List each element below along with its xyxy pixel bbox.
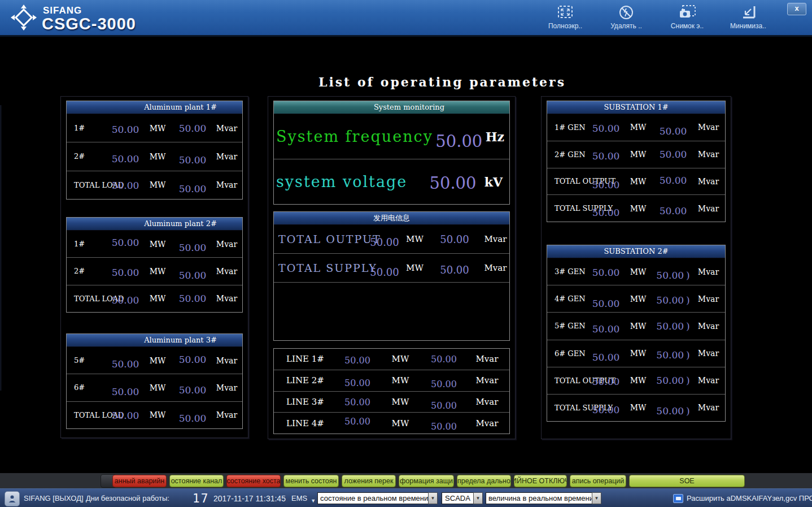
q-value: 50.00 bbox=[174, 242, 211, 253]
q-value: 50.00 bbox=[174, 270, 211, 281]
p-unit: MW bbox=[622, 322, 654, 331]
p-value: 50.00 bbox=[110, 124, 141, 135]
q-value: 50.00 bbox=[174, 354, 211, 365]
p-value: 50.00 bbox=[110, 267, 141, 278]
p-unit: MW bbox=[622, 150, 654, 159]
filter-tab[interactable]: состояние хоста bbox=[226, 475, 281, 487]
filter-tab[interactable]: SOE bbox=[629, 475, 745, 487]
tab-list: анный аварийностояние каналсостояние хос… bbox=[101, 474, 745, 488]
row-label: 2# bbox=[67, 267, 110, 275]
filter-tab[interactable]: формация защи bbox=[399, 475, 454, 487]
chevron-down-icon[interactable]: ▼ bbox=[473, 492, 483, 504]
table-row: 5#50.00MW50.00Mvar bbox=[67, 347, 242, 374]
q-value: 50.00) bbox=[654, 294, 692, 306]
chevron-down-icon[interactable]: ▼ bbox=[428, 492, 438, 504]
row-label: 6# bbox=[67, 383, 110, 392]
filter-tab[interactable]: анный аварийн bbox=[112, 475, 167, 487]
p-value: 50.00 bbox=[337, 355, 378, 366]
p-value: 50.00 bbox=[110, 237, 141, 248]
select-value: состояние в реальном времени bbox=[317, 492, 428, 504]
table-row: LINE 4#50.00MW50.00Mvar bbox=[274, 413, 509, 434]
row-label: TOTAL OUTPUT bbox=[274, 233, 367, 245]
delete-button[interactable]: Удалять .. bbox=[605, 3, 647, 30]
p-value: 50.00 bbox=[590, 376, 622, 387]
q-unit: Mvar bbox=[211, 294, 242, 303]
table-row: 2#50.00MW50.00Mvar bbox=[67, 258, 242, 285]
q-value: 50.00 bbox=[174, 384, 211, 396]
scada-select[interactable]: SCADA ▼ bbox=[442, 492, 483, 504]
q-value: 50.00 bbox=[423, 354, 465, 365]
panel-title: Aluminum plant 3# bbox=[67, 334, 242, 347]
table-row: 4# GEN50.00MW50.00)Mvar bbox=[547, 285, 725, 313]
table-row: TOTAL OUTPUT50.00MW50.00Mvar bbox=[547, 168, 725, 196]
row-label: 3# GEN bbox=[547, 267, 590, 276]
product-name: CSGC-3000 bbox=[42, 15, 136, 33]
filter-tab[interactable]: ИЙНОЕ ОТКЛЮЧ bbox=[514, 475, 567, 487]
p-unit: MW bbox=[622, 349, 654, 358]
q-unit: Mvar bbox=[692, 150, 725, 159]
table-row: 1#50.00MW50.00Mvar bbox=[67, 231, 242, 258]
panel-lines: LINE 1#50.00MW50.00MvarLINE 2#50.00MW50.… bbox=[273, 348, 510, 434]
chevron-down-icon[interactable]: ▼ bbox=[592, 492, 601, 504]
p-unit: MW bbox=[378, 397, 423, 407]
p-value: 50.00 bbox=[110, 153, 141, 164]
filter-tab[interactable]: остояние канал bbox=[169, 475, 224, 487]
p-unit: MW bbox=[141, 383, 174, 392]
monitor-row: system voltage50.00kV bbox=[274, 159, 509, 204]
q-unit: Mvar bbox=[211, 180, 242, 189]
row-label: 5# GEN bbox=[547, 322, 590, 330]
q-unit: Mvar bbox=[692, 294, 725, 304]
table-row: TOTAL OUTPUT50.00MW50.00Mvar bbox=[274, 225, 509, 254]
p-unit: MW bbox=[622, 403, 654, 412]
snapshot-label: Снимок э.. bbox=[671, 22, 704, 30]
q-value: 50.00 bbox=[174, 413, 211, 424]
p-unit: MW bbox=[378, 354, 423, 364]
row-label: TOTAL LOAD bbox=[67, 411, 110, 419]
p-value: 50.00 bbox=[337, 378, 378, 388]
panel-title: System monitoring bbox=[274, 101, 509, 114]
filter-tab[interactable]: ложения перек bbox=[342, 475, 396, 487]
filter-tab[interactable]: предела дально bbox=[457, 475, 511, 487]
snapshot-button[interactable]: Снимок э.. bbox=[666, 3, 708, 30]
realtime-value-select[interactable]: величина в реальном времени ▼ bbox=[486, 492, 601, 504]
q-suffix: ) bbox=[686, 270, 690, 281]
realtime-state-select[interactable]: состояние в реальном времени ▼ bbox=[317, 492, 438, 504]
panel-title: 发用电信息 bbox=[274, 212, 509, 225]
q-suffix: ) bbox=[686, 375, 690, 386]
right-column: SUBSTATION 1# 1# GEN50.00MW50.00Mvar2# G… bbox=[541, 96, 731, 439]
panel-system-monitoring: System monitoring System frequency50.00H… bbox=[273, 101, 510, 205]
panel-aluminum-plant-1: Aluminum plant 1# 1#50.00MW50.00Mvar2#50… bbox=[66, 101, 243, 200]
q-value: 50.00 bbox=[174, 293, 211, 304]
q-value: 50.00 bbox=[427, 264, 482, 276]
center-column: System monitoring System frequency50.00H… bbox=[268, 96, 516, 439]
p-value: 50.00 bbox=[590, 150, 622, 162]
status-bar: SIFANG [ВЫХОД] Дни безопасной работы: 17… bbox=[0, 488, 812, 507]
p-value: 50.00 bbox=[367, 236, 402, 248]
expand-task-item[interactable]: Расширить aDMSKAIFAYзел,gcv ПРОЛ bbox=[673, 489, 812, 507]
fullscreen-label: Полноэкр.. bbox=[548, 22, 582, 30]
expand-icon bbox=[673, 494, 683, 503]
expand-label: Расширить aDMSKAIFAYзел,gcv ПРОЛ bbox=[687, 494, 812, 502]
minimize-button[interactable]: Минимиза.. bbox=[727, 3, 769, 30]
table-row: TOTAL LOAD50.00MW50.00Mvar bbox=[67, 402, 242, 428]
fullscreen-icon bbox=[557, 3, 574, 22]
row-label: 2# bbox=[67, 152, 110, 161]
user-avatar[interactable] bbox=[5, 491, 20, 506]
q-unit: Mvar bbox=[211, 152, 242, 161]
p-unit: MW bbox=[378, 375, 423, 385]
mode-dropdown[interactable]: EMS ▼ bbox=[291, 489, 316, 507]
sifang-logo-icon bbox=[10, 4, 37, 33]
filter-tab[interactable]: апись операций bbox=[570, 475, 626, 487]
p-unit: MW bbox=[622, 294, 654, 304]
measure-value: 50.00 bbox=[433, 132, 485, 151]
close-button[interactable]: x bbox=[787, 3, 806, 15]
p-unit: MW bbox=[141, 180, 174, 189]
minimize-icon bbox=[740, 3, 757, 22]
delete-label: Удалять .. bbox=[610, 22, 642, 30]
filter-tab[interactable]: менить состоян bbox=[283, 475, 339, 487]
row-label: LINE 1# bbox=[274, 354, 337, 364]
fullscreen-button[interactable]: Полноэкр.. bbox=[544, 3, 586, 30]
q-value: 50.00) bbox=[654, 349, 692, 361]
no-flash-icon bbox=[618, 3, 635, 22]
p-unit: MW bbox=[378, 418, 423, 428]
